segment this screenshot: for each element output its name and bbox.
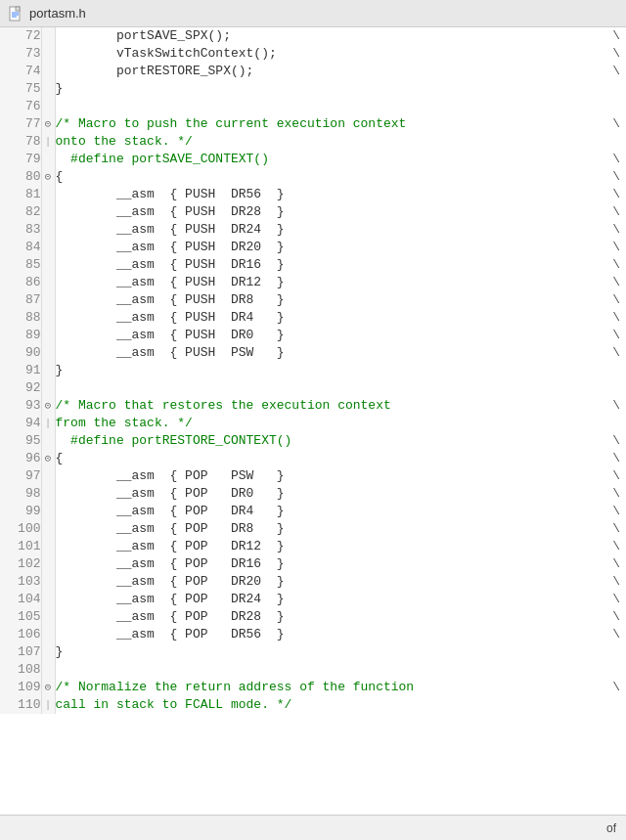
- fold-indicator: [41, 555, 55, 573]
- line-number: 100: [0, 520, 41, 538]
- code-text: portRESTORE_SPX();: [56, 63, 254, 80]
- code-text: __asm { POP DR56 }: [56, 626, 285, 643]
- fold-indicator: [41, 643, 55, 661]
- table-row: 104 __asm { POP DR24 }\: [0, 591, 626, 608]
- table-row: 88 __asm { PUSH DR4 }\: [0, 309, 626, 327]
- code-line: call in stack to FCALL mode. */: [55, 696, 626, 714]
- line-number: 103: [0, 573, 41, 591]
- code-text: vTaskSwitchContext();: [56, 45, 277, 63]
- fold-indicator[interactable]: ⊝: [41, 450, 55, 467]
- line-continuation: \: [612, 344, 626, 362]
- code-line: __asm { PUSH DR28 }\: [56, 203, 627, 221]
- line-number: 99: [0, 503, 41, 520]
- table-row: 108: [0, 661, 626, 679]
- code-text: {: [56, 168, 64, 186]
- table-row: 77⊝/* Macro to push the current executio…: [0, 115, 626, 133]
- fold-indicator: [41, 573, 55, 591]
- table-row: 73 vTaskSwitchContext();\: [0, 45, 626, 63]
- code-text: __asm { PUSH PSW }: [56, 344, 285, 362]
- code-text: __asm { PUSH DR24 }: [56, 221, 285, 239]
- line-number: 104: [0, 591, 41, 608]
- code-line: __asm { POP DR8 }\: [56, 520, 627, 538]
- code-text: __asm { PUSH DR12 }: [56, 274, 285, 291]
- table-row: 102 __asm { POP DR16 }\: [0, 555, 626, 573]
- code-line: portRESTORE_SPX();\: [56, 63, 627, 80]
- line-number: 97: [0, 467, 41, 485]
- code-text: /* Macro that restores the execution con…: [56, 397, 391, 415]
- code-line: __asm { PUSH DR16 }\: [56, 256, 627, 274]
- fold-indicator[interactable]: |: [41, 133, 55, 151]
- code-text: __asm { PUSH DR0 }: [56, 327, 285, 344]
- line-number: 108: [0, 661, 41, 679]
- status-of: of: [606, 821, 616, 835]
- line-continuation: \: [612, 168, 626, 186]
- line-continuation: \: [612, 397, 626, 415]
- line-continuation: \: [612, 221, 626, 239]
- line-continuation: \: [612, 63, 626, 80]
- line-number: 83: [0, 221, 41, 239]
- fold-indicator[interactable]: ⊝: [41, 397, 55, 415]
- code-text: #define portSAVE_CONTEXT(): [56, 151, 269, 168]
- line-number: 86: [0, 274, 41, 291]
- code-text: __asm { PUSH DR4 }: [56, 309, 285, 327]
- code-text: __asm { POP PSW }: [56, 467, 285, 485]
- line-continuation: \: [612, 591, 626, 608]
- code-text: __asm { POP DR20 }: [56, 573, 285, 591]
- code-text: portSAVE_SPX();: [56, 27, 231, 45]
- table-row: 72 portSAVE_SPX();\: [0, 27, 626, 45]
- line-continuation: \: [612, 450, 626, 467]
- code-text: __asm { POP DR4 }: [56, 503, 285, 520]
- fold-indicator[interactable]: ⊝: [41, 168, 55, 186]
- code-content[interactable]: 72 portSAVE_SPX();\73 vTaskSwitchContext…: [0, 27, 626, 815]
- fold-indicator[interactable]: ⊝: [41, 679, 55, 696]
- code-line: __asm { POP DR56 }\: [56, 626, 627, 643]
- line-continuation: \: [612, 186, 626, 203]
- table-row: 80⊝{\: [0, 168, 626, 186]
- code-line: }: [55, 80, 626, 98]
- line-continuation: \: [612, 309, 626, 327]
- code-text: __asm { POP DR24 }: [56, 591, 285, 608]
- fold-indicator: [41, 608, 55, 626]
- table-row: 82 __asm { PUSH DR28 }\: [0, 203, 626, 221]
- line-number: 85: [0, 256, 41, 274]
- code-text: /* Normalize the return address of the f…: [56, 679, 415, 696]
- line-continuation: \: [612, 291, 626, 309]
- line-continuation: \: [612, 679, 626, 696]
- code-line: __asm { PUSH DR8 }\: [56, 291, 627, 309]
- fold-indicator: [41, 485, 55, 503]
- fold-indicator: [41, 309, 55, 327]
- fold-indicator: [41, 344, 55, 362]
- line-number: 77: [0, 115, 41, 133]
- fold-indicator[interactable]: |: [41, 696, 55, 714]
- code-text: /* Macro to push the current execution c…: [56, 115, 407, 133]
- line-continuation: \: [612, 485, 626, 503]
- code-text: __asm { PUSH DR56 }: [56, 186, 285, 203]
- fold-indicator[interactable]: |: [41, 415, 55, 432]
- line-number: 95: [0, 432, 41, 450]
- table-row: 86 __asm { PUSH DR12 }\: [0, 274, 626, 291]
- line-number: 74: [0, 63, 41, 80]
- code-line: /* Macro to push the current execution c…: [56, 115, 627, 133]
- line-continuation: \: [612, 520, 626, 538]
- table-row: 92: [0, 379, 626, 397]
- line-continuation: \: [612, 203, 626, 221]
- line-number: 101: [0, 538, 41, 555]
- table-row: 76: [0, 98, 626, 115]
- code-line: __asm { POP DR4 }\: [56, 503, 627, 520]
- fold-indicator: [41, 538, 55, 555]
- line-number: 102: [0, 555, 41, 573]
- code-line: portSAVE_SPX();\: [56, 27, 627, 45]
- line-number: 109: [0, 679, 41, 696]
- code-line: [55, 661, 626, 679]
- line-number: 84: [0, 239, 41, 256]
- code-text: __asm { PUSH DR8 }: [56, 291, 285, 309]
- line-continuation: \: [612, 256, 626, 274]
- line-number: 92: [0, 379, 41, 397]
- fold-indicator[interactable]: ⊝: [41, 115, 55, 133]
- table-row: 106 __asm { POP DR56 }\: [0, 626, 626, 643]
- table-row: 85 __asm { PUSH DR16 }\: [0, 256, 626, 274]
- line-continuation: \: [612, 27, 626, 45]
- line-continuation: \: [612, 467, 626, 485]
- line-number: 82: [0, 203, 41, 221]
- fold-indicator: [41, 239, 55, 256]
